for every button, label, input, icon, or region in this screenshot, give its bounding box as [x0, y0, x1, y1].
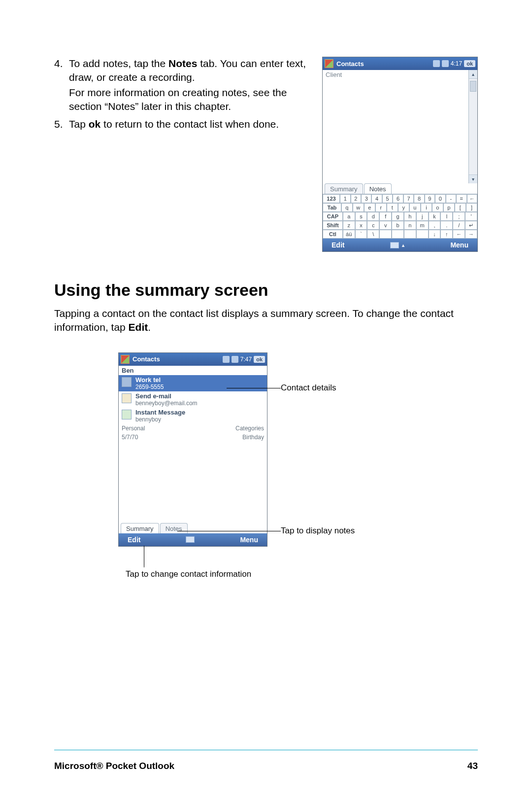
keyboard-key[interactable]: ]	[466, 203, 477, 212]
keyboard-key[interactable]: 3	[361, 194, 371, 203]
contact-detail-im[interactable]: Instant Messagebennyboy	[119, 408, 267, 424]
keyboard-key[interactable]: \	[367, 230, 379, 239]
keyboard-key[interactable]	[379, 230, 392, 239]
keyboard-key[interactable]	[392, 230, 404, 239]
keyboard-key[interactable]: u	[409, 203, 421, 212]
contact-meta-birthday: 5/7/70Birthday	[119, 433, 267, 442]
keyboard-key[interactable]: w	[353, 203, 364, 212]
keyboard-key[interactable]: k	[429, 212, 441, 221]
keyboard-key[interactable]: 0	[435, 194, 445, 203]
keyboard-key[interactable]: ←	[467, 194, 477, 203]
keyboard-key[interactable]: Tab	[323, 203, 341, 212]
keyboard-key[interactable]: f	[379, 212, 392, 221]
keyboard-key[interactable]: 1	[340, 194, 350, 203]
volume-icon[interactable]	[442, 60, 449, 67]
keyboard-key[interactable]: 9	[425, 194, 435, 203]
keyboard-key[interactable]: 6	[393, 194, 403, 203]
tab-summary[interactable]: Summary	[325, 183, 363, 194]
keyboard-key[interactable]: →	[465, 230, 477, 239]
ok-button[interactable]: ok	[254, 356, 265, 363]
keyboard-key[interactable]: =	[456, 194, 466, 203]
scroll-down-icon[interactable]: ▾	[469, 174, 477, 183]
start-icon[interactable]	[121, 355, 130, 364]
phone-icon	[122, 377, 132, 387]
menu-softkey[interactable]: Menu	[450, 241, 468, 249]
keyboard-key[interactable]: e	[364, 203, 375, 212]
page-number: 43	[467, 761, 478, 771]
keyboard-key[interactable]: l	[440, 212, 453, 221]
keyboard-key[interactable]: j	[416, 212, 429, 221]
keyboard-key[interactable]: d	[367, 212, 379, 221]
keyboard-key[interactable]: 5	[382, 194, 393, 203]
edit-softkey[interactable]: Edit	[128, 536, 140, 544]
keyboard-key[interactable]: v	[379, 221, 392, 230]
tab-notes[interactable]: Notes	[364, 183, 392, 194]
keyboard-key[interactable]: r	[375, 203, 387, 212]
keyboard-key[interactable]: [	[455, 203, 466, 212]
edit-softkey[interactable]: Edit	[332, 241, 344, 249]
keyboard-key[interactable]: n	[404, 221, 416, 230]
keyboard-key[interactable]	[404, 230, 416, 239]
ok-button[interactable]: ok	[464, 60, 475, 67]
keyboard-key[interactable]	[416, 230, 429, 239]
footer-rule	[54, 750, 478, 750]
field-label: Client	[323, 70, 468, 79]
screenshot-summary-screen: Contacts 7:47 ok Ben Work tel2659-5555 S	[118, 352, 267, 547]
keyboard-key[interactable]: ,	[429, 221, 441, 230]
keyboard-key[interactable]: '	[465, 212, 477, 221]
keyboard-key[interactable]: m	[416, 221, 429, 230]
keyboard-key[interactable]: g	[392, 212, 404, 221]
keyboard-key[interactable]: q	[341, 203, 353, 212]
keyboard-key[interactable]: 4	[371, 194, 382, 203]
keyboard-key[interactable]: ↑	[440, 230, 453, 239]
keyboard-key[interactable]: c	[367, 221, 379, 230]
contact-detail-work-tel[interactable]: Work tel2659-5555	[119, 375, 267, 391]
app-title: Contacts	[133, 355, 160, 363]
keyboard-key[interactable]: `	[355, 230, 367, 239]
keyboard-key[interactable]: s	[355, 212, 367, 221]
keyboard-key[interactable]: 2	[351, 194, 361, 203]
scroll-up-icon[interactable]: ▴	[469, 70, 477, 79]
keyboard-key[interactable]: i	[421, 203, 432, 212]
keyboard-icon[interactable]	[186, 536, 195, 543]
on-screen-keyboard[interactable]: 1231234567890-=← Tabqwertyuiop[] CAPasdf…	[323, 194, 477, 239]
keyboard-key[interactable]: /	[453, 221, 465, 230]
keyboard-key[interactable]: 8	[414, 194, 424, 203]
keyboard-key[interactable]: ↵	[465, 221, 477, 230]
keyboard-key[interactable]: b	[392, 221, 404, 230]
tab-summary[interactable]: Summary	[121, 523, 159, 533]
keyboard-key[interactable]: x	[355, 221, 367, 230]
keyboard-key[interactable]: ;	[453, 212, 465, 221]
input-method-caret-icon[interactable]: ▴	[402, 243, 404, 248]
keyboard-key[interactable]: 7	[403, 194, 414, 203]
step-5-text: Tap ok to return to the contact list whe…	[69, 117, 308, 131]
keyboard-key[interactable]: p	[443, 203, 455, 212]
keyboard-key[interactable]: h	[404, 212, 416, 221]
titlebar: Contacts 4:17 ok	[323, 57, 477, 70]
keyboard-key[interactable]: o	[432, 203, 443, 212]
keyboard-key[interactable]: t	[387, 203, 398, 212]
keyboard-key[interactable]: a	[343, 212, 355, 221]
connectivity-icon[interactable]	[433, 60, 440, 67]
keyboard-icon[interactable]	[390, 242, 399, 248]
volume-icon[interactable]	[232, 356, 238, 363]
contact-detail-email[interactable]: Send e-mailbenneyboy@email.com	[119, 391, 267, 408]
section-paragraph: Tapping a contact on the contact list di…	[54, 307, 478, 335]
keyboard-key[interactable]: ←	[453, 230, 465, 239]
keyboard-key[interactable]: Ctl	[323, 230, 343, 239]
menu-softkey[interactable]: Menu	[240, 536, 258, 544]
keyboard-key[interactable]: .	[440, 221, 453, 230]
keyboard-key[interactable]: Shift	[323, 221, 343, 230]
keyboard-key[interactable]: CAP	[323, 212, 343, 221]
keyboard-key[interactable]: 123	[323, 194, 340, 203]
tab-notes[interactable]: Notes	[160, 523, 188, 533]
connectivity-icon[interactable]	[223, 356, 230, 363]
scroll-thumb[interactable]	[470, 81, 476, 92]
keyboard-key[interactable]: áü	[343, 230, 355, 239]
keyboard-key[interactable]: y	[398, 203, 409, 212]
scrollbar[interactable]: ▴ ▾	[468, 70, 477, 183]
keyboard-key[interactable]: -	[446, 194, 456, 203]
keyboard-key[interactable]: ↓	[429, 230, 441, 239]
keyboard-key[interactable]: z	[343, 221, 355, 230]
start-icon[interactable]	[325, 59, 333, 68]
